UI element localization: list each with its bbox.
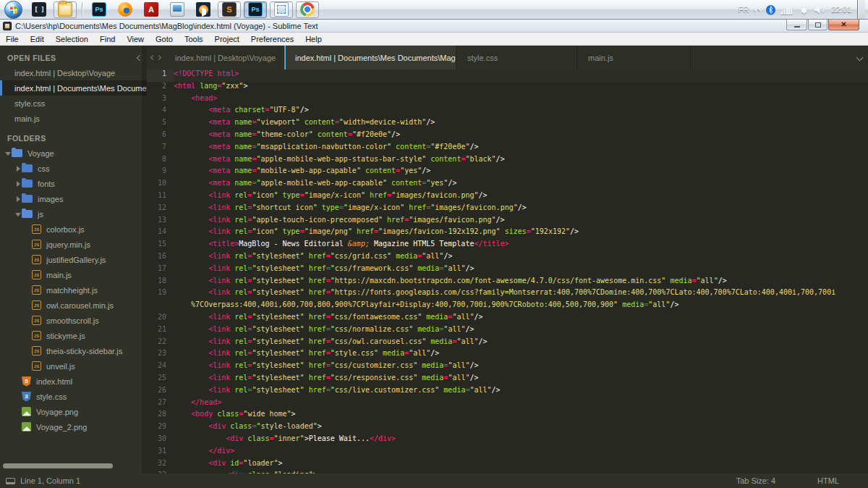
code-line[interactable]: 7<meta name="msapplication-navbutton-col… [147,143,868,155]
code-line[interactable]: 26<link rel="stylesheet" href="css/live.… [147,386,868,398]
screen-capture-icon-button[interactable] [270,1,293,18]
code-line[interactable]: 5<meta name="viewport" content="width=de… [147,118,868,130]
menu-item-view[interactable]: View [121,33,150,45]
maximize-button[interactable] [808,20,827,30]
code-line[interactable]: 23<link rel="stylesheet" href="style.css… [147,349,868,361]
firefox-icon-button[interactable] [114,1,137,18]
menu-item-goto[interactable]: Goto [150,33,179,45]
tree-file-item[interactable]: unveil.js [0,358,147,374]
adobe-reader-icon-button[interactable] [140,1,163,18]
minimize-button[interactable] [786,20,807,30]
open-file-item[interactable]: index.html | Desktop\Voyage [0,65,147,80]
open-files-collapse-icon[interactable] [136,55,142,61]
folder-expanded-arrow-icon[interactable] [14,211,22,216]
editor-tab[interactable]: index.html | Documents\Mes Documents\Mag… [284,46,456,70]
code-line[interactable]: 13<link rel="apple-touch-icon-precompose… [147,216,868,228]
code-line[interactable]: 31</div> [147,447,868,459]
explorer-icon-button[interactable] [54,1,77,18]
menu-item-tools[interactable]: Tools [179,33,209,45]
close-button[interactable]: ✕ [828,20,859,30]
code-line[interactable]: 1<!DOCTYPE html> [147,70,868,82]
editor-tab[interactable]: index.html | Desktop\Voyage [164,46,284,70]
code-line[interactable]: 14<link rel="icon" type="image/png" href… [147,227,868,240]
start-button[interactable] [4,1,22,19]
tree-folder-item[interactable]: js [0,206,147,222]
cursor-position[interactable]: Line 1, Column 1 [20,476,80,485]
folder-collapsed-arrow-icon[interactable] [14,181,22,187]
folder-expanded-arrow-icon[interactable] [4,151,12,156]
volume-icon[interactable] [814,5,825,14]
code-line[interactable]: 10<meta name="apple-mobile-web-app-capab… [147,179,868,191]
menu-item-file[interactable]: File [0,33,25,45]
bluetooth-icon[interactable] [766,5,775,14]
sublime-text-icon-button[interactable] [218,1,241,18]
code-line[interactable]: 21<link rel="stylesheet" href="css/norma… [147,325,868,337]
tree-folder-item[interactable]: Voyage [0,146,147,161]
tree-file-item[interactable]: main.js [0,267,147,282]
power-plug-icon[interactable] [799,5,809,14]
code-line[interactable]: 3<head> [147,94,868,106]
tree-file-item[interactable]: style.css [0,389,147,404]
code-line[interactable]: 2<html lang="zxx"> [147,82,868,94]
tree-folder-item[interactable]: fonts [0,176,147,191]
code-line[interactable]: 12<link rel="shortcut icon" type="image/… [147,203,868,216]
tree-file-item[interactable]: stickyme.js [0,328,147,343]
tree-file-item[interactable]: smoothscroll.js [0,313,147,328]
open-file-item[interactable]: index.html | Documents\Mes Documents\Mag… [0,80,147,96]
code-line[interactable]: 27</head> [147,398,868,411]
chrome-icon-button[interactable] [296,1,319,18]
tree-file-item[interactable]: Voyage.png [0,404,147,419]
editor-tab[interactable]: main.js [577,46,691,70]
open-file-item[interactable]: main.js [0,111,147,126]
prev-tab-icon[interactable] [150,55,155,60]
brackets-icon-button[interactable] [27,1,51,18]
code-line[interactable]: 16<link rel="stylesheet" href="css/grid.… [147,252,868,264]
editor-tab[interactable]: style.css [456,46,577,70]
tab-size-indicator[interactable]: Tab Size: 4 [736,476,775,485]
code-line[interactable]: 22<link rel="stylesheet" href="css/owl.c… [147,337,868,350]
code-editor[interactable]: 1<!DOCTYPE html>2<html lang="zxx">3<head… [147,70,868,474]
code-line[interactable]: %7COverpass:400,400i,600,700,800,900%7CP… [147,300,868,313]
menu-item-find[interactable]: Find [94,33,121,45]
code-line[interactable]: 30<div class="inner">Please Wait...</div… [147,434,868,447]
code-line[interactable]: 15<title>MagBlog - News Editorial &amp; … [147,240,868,252]
show-desktop-button[interactable] [857,0,865,19]
folder-collapsed-arrow-icon[interactable] [14,166,22,172]
clock[interactable]: 22:01 [831,5,851,14]
tree-file-item[interactable]: owl.carousel.min.js [0,298,147,313]
syntax-indicator[interactable]: HTML [817,476,839,485]
code-line[interactable]: 20<link rel="stylesheet" href="css/fonta… [147,313,868,325]
tab-overflow-chevron-icon[interactable] [856,54,864,62]
code-line[interactable]: 24<link rel="stylesheet" href="css/custo… [147,361,868,374]
code-line[interactable]: 18<link rel="stylesheet" href="https://m… [147,277,868,289]
tray-chevron-up-icon[interactable] [754,7,760,12]
code-line[interactable]: 29<div class="style-loaded"> [147,422,868,434]
code-line[interactable]: 9<meta name="mobile-web-app-capable" con… [147,167,868,179]
photoshop-icon-button[interactable] [244,1,267,18]
tree-folder-item[interactable]: images [0,191,147,206]
tree-file-item[interactable]: jquery.min.js [0,237,147,252]
tree-folder-item[interactable]: css [0,161,147,176]
code-line[interactable]: 32<div id="loader"> [147,459,868,471]
tree-file-item[interactable]: index.html [0,374,147,389]
media-player-icon-button[interactable] [192,1,215,18]
menu-item-selection[interactable]: Selection [50,33,94,45]
code-line[interactable]: 4<meta charset="UTF-8"/> [147,106,868,118]
tree-file-item[interactable]: theia-sticky-sidebar.js [0,343,147,358]
next-tab-icon[interactable] [157,55,162,60]
tree-file-item[interactable]: colorbox.js [0,222,147,237]
code-line[interactable]: 17<link rel="stylesheet" href="css/frame… [147,264,868,277]
network-signal-icon[interactable] [781,5,793,14]
sidebar-horizontal-scrollbar[interactable] [3,463,113,468]
code-line[interactable]: 11<link rel="icon" type="image/x-icon" h… [147,191,868,203]
tree-file-item[interactable]: justifiedGallery.js [0,252,147,267]
code-line[interactable]: 28<body class="wide home"> [147,410,868,422]
menu-item-edit[interactable]: Edit [25,33,50,45]
language-indicator[interactable]: FR [739,5,749,14]
screen-share-icon-button[interactable] [166,1,189,18]
console-toggle-icon[interactable] [6,478,15,484]
folder-collapsed-arrow-icon[interactable] [14,196,22,202]
code-line[interactable]: 19<link rel="stylesheet" href="https://f… [147,288,868,300]
menu-item-preferences[interactable]: Preferences [245,33,299,45]
tree-file-item[interactable]: matchheight.js [0,282,147,298]
